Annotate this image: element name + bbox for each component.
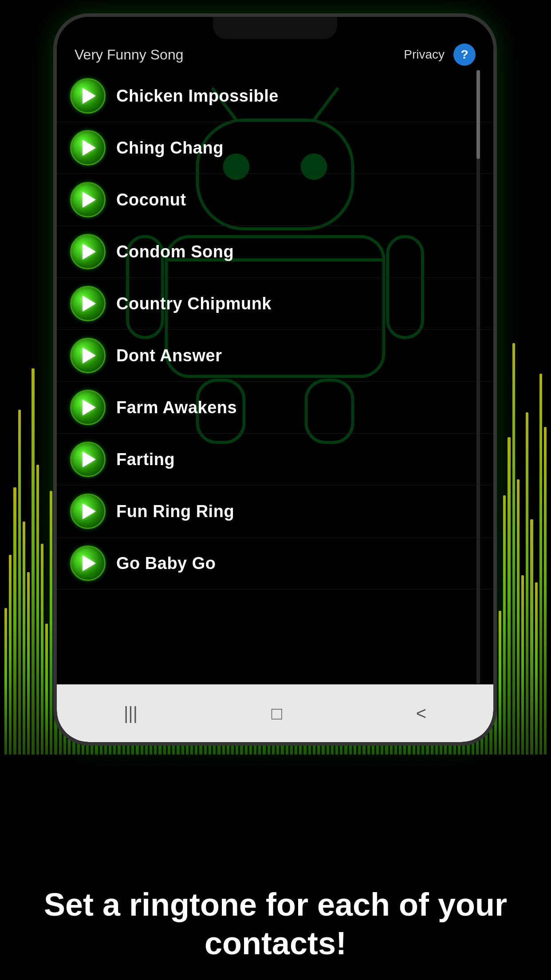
eq-bar	[499, 611, 501, 755]
list-item[interactable]: Fun Ring Ring	[57, 486, 493, 537]
scroll-thumb	[476, 70, 480, 159]
song-name: Ching Chang	[116, 138, 224, 158]
eq-bar	[50, 491, 52, 755]
eq-bar	[535, 582, 538, 755]
help-button[interactable]: ?	[453, 43, 476, 66]
play-button[interactable]	[70, 182, 106, 217]
song-name: Condom Song	[116, 242, 234, 261]
eq-bar	[503, 495, 506, 755]
song-name: Chicken Impossible	[116, 87, 279, 106]
song-name: Fun Ring Ring	[116, 502, 234, 521]
play-button[interactable]	[70, 494, 106, 529]
eq-bar	[27, 572, 30, 755]
play-button[interactable]	[70, 234, 106, 269]
play-button[interactable]	[70, 390, 106, 425]
menu-button[interactable]: |||	[110, 699, 151, 728]
eq-bar	[18, 410, 21, 755]
eq-bar	[45, 624, 48, 755]
header: Very Funny Song Privacy ?	[57, 39, 493, 70]
eq-bar	[31, 368, 34, 755]
eq-bar	[13, 487, 16, 755]
song-name: Coconut	[116, 190, 186, 209]
phone-notch	[213, 17, 337, 39]
song-name: Go Baby Go	[116, 554, 216, 573]
eq-bar	[526, 412, 528, 755]
list-item[interactable]: Chicken Impossible	[57, 70, 493, 122]
list-item[interactable]: Go Baby Go	[57, 537, 493, 589]
header-right: Privacy ?	[404, 43, 476, 66]
play-button[interactable]	[70, 286, 106, 321]
list-item[interactable]: Farm Awakens	[57, 382, 493, 434]
scroll-indicator	[476, 70, 480, 684]
song-name: Country Chipmunk	[116, 294, 272, 313]
eq-bar	[4, 608, 7, 755]
app-title: Very Funny Song	[75, 47, 183, 63]
eq-bar	[23, 522, 25, 755]
eq-bar	[521, 575, 524, 755]
list-item[interactable]: Farting	[57, 434, 493, 486]
list-item[interactable]: Dont Answer	[57, 330, 493, 382]
back-button[interactable]: <	[403, 699, 440, 728]
promo-section: Set a ringtone for each of your contacts…	[0, 885, 551, 962]
eq-bar	[530, 519, 533, 755]
promo-text: Set a ringtone for each of your contacts…	[27, 885, 524, 962]
list-item[interactable]: Coconut	[57, 174, 493, 226]
phone-frame: Very Funny Song Privacy ? Chicken Imposs…	[53, 13, 497, 746]
home-button[interactable]: □	[258, 699, 295, 728]
list-item[interactable]: Country Chipmunk	[57, 278, 493, 330]
eq-bar	[517, 479, 520, 755]
eq-bar	[41, 544, 43, 755]
song-name: Dont Answer	[116, 346, 222, 365]
song-name: Farm Awakens	[116, 398, 237, 417]
song-name: Farting	[116, 450, 175, 469]
bottom-nav: ||| □ <	[57, 684, 493, 742]
list-item[interactable]: Condom Song	[57, 226, 493, 278]
list-item[interactable]: Ching Chang	[57, 122, 493, 174]
song-list: Chicken ImpossibleChing ChangCoconutCond…	[57, 70, 493, 684]
eq-bar	[36, 465, 39, 755]
eq-bar	[539, 374, 542, 755]
eq-bar	[512, 343, 515, 755]
play-button[interactable]	[70, 545, 106, 581]
eq-bar	[9, 555, 12, 755]
privacy-link[interactable]: Privacy	[404, 47, 445, 62]
screen: Very Funny Song Privacy ? Chicken Imposs…	[57, 17, 493, 742]
eq-bar	[544, 427, 547, 755]
play-button[interactable]	[70, 442, 106, 477]
eq-bar	[508, 437, 510, 755]
play-button[interactable]	[70, 338, 106, 373]
play-button[interactable]	[70, 130, 106, 166]
play-button[interactable]	[70, 78, 106, 114]
